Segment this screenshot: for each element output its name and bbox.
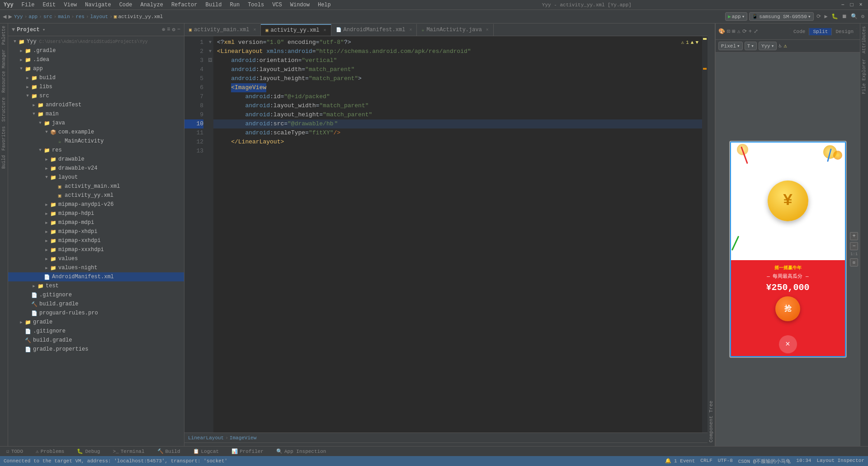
bottom-tab-todo[interactable]: ☑ TODO [4, 447, 26, 455]
tree-item-main[interactable]: ▼ 📁 main [8, 109, 184, 119]
breadcrumb-yyy[interactable]: Yyy [14, 14, 23, 19]
tree-item-proguard[interactable]: ▶ 📄 proguard-rules.pro [8, 309, 184, 318]
tree-item-libs[interactable]: ▶ 📁 libs [8, 82, 184, 91]
debug-icon[interactable]: 🐛 [830, 12, 839, 21]
tree-item-app[interactable]: ▼ 📁 app [8, 64, 184, 73]
bottom-tab-profiler[interactable]: 📊 Profiler [229, 447, 266, 455]
back-icon[interactable]: ◀ [3, 13, 6, 20]
panel-icon-minimize[interactable]: − [177, 26, 180, 33]
toggle-icon[interactable]: ⊡ [727, 28, 730, 35]
design-tab[interactable]: Design [832, 28, 857, 35]
tree-item-androidmanifest[interactable]: ▶ 📄 AndroidManifest.xml [8, 272, 184, 281]
tree-item-drawable-v24[interactable]: ▶ 📁 drawable-v24 [8, 164, 184, 173]
tree-item-yyy[interactable]: ▼ 📁 Yyy C:\Users\Admin\AndroidStudioProj… [8, 37, 184, 46]
tree-item-build-folder[interactable]: ▶ 📁 build [8, 73, 184, 82]
tree-item-mainactivity[interactable]: ▶ ☕ MainActivity [8, 137, 184, 146]
menu-build[interactable]: Build [202, 1, 226, 9]
bottom-tab-logcat[interactable]: 📋 Logcat [190, 447, 222, 455]
pixel-dropdown[interactable]: Pixel ▾ [718, 42, 743, 50]
bottom-tab-terminal[interactable]: >_ Terminal [110, 448, 147, 455]
breadcrumb-layout[interactable]: layout [90, 14, 108, 19]
left-tab-favorites[interactable]: Favorites [0, 124, 7, 153]
warning-arrow-down[interactable]: ▼ [695, 38, 698, 47]
menu-edit[interactable]: Edit [39, 1, 59, 9]
code-content[interactable]: ⚠ 1 ▲ ▼ <?xml version="1.0" encoding="ut… [213, 36, 702, 433]
layout-inspector-link[interactable]: Layout Inspector [816, 458, 864, 465]
tree-item-gitignore-root[interactable]: ▶ 📄 .gitignore [8, 327, 184, 336]
bottom-tab-app-inspection[interactable]: 🔍 App Inspection [274, 447, 329, 455]
tree-item-mipmap-xhdpi[interactable]: ▶ 📁 mipmap-xhdpi [8, 227, 184, 236]
tree-item-drawable[interactable]: ▶ 📁 drawable [8, 155, 184, 164]
tree-item-buildgradle-root[interactable]: ▶ 🔨 build.gradle [8, 336, 184, 345]
project-dropdown[interactable]: Yyy ▾ [759, 42, 777, 50]
tree-item-mipmap-xxhdpi[interactable]: ▶ 📁 mipmap-xxhdpi [8, 236, 184, 245]
breadcrumb-app[interactable]: app [28, 14, 38, 19]
sync-icon[interactable]: ⟳ [816, 12, 822, 21]
tab-close[interactable]: × [409, 28, 412, 33]
menu-run[interactable]: Run [226, 1, 244, 9]
tree-item-values-night[interactable]: ▶ 📁 values-night [8, 263, 184, 272]
code-editor[interactable]: 1 2 3 4 5 6 7 8 9 10 11 12 13 ▼ [184, 36, 708, 433]
zoom-in-button[interactable]: + [850, 232, 858, 240]
project-dropdown-icon[interactable]: ▾ [42, 27, 46, 33]
bottom-bread-imageview[interactable]: ImageView [230, 435, 256, 441]
menu-analyze[interactable]: Analyze [137, 1, 166, 9]
tree-item-values[interactable]: ▶ 📁 values [8, 254, 184, 263]
tree-item-activity-main[interactable]: ▶ ▣ activity_main.xml [8, 182, 184, 191]
breadcrumb-main[interactable]: main [58, 14, 70, 19]
panel-icon-3[interactable]: ⚙ [172, 26, 175, 33]
tree-item-mipmap-anydpi[interactable]: ▶ 📁 mipmap-anydpi-v26 [8, 200, 184, 209]
bottom-tab-debug[interactable]: 🐛 Debug [74, 447, 103, 455]
horizontal-scrollbar[interactable] [184, 442, 708, 446]
status-encoding-crlf[interactable]: CRLF [700, 458, 712, 465]
tab-androidmanifest[interactable]: 📄 AndroidManifest.xml × [331, 24, 417, 36]
component-tree-tab[interactable]: Component Tree [708, 24, 715, 446]
tree-item-src[interactable]: ▼ 📁 src [8, 91, 184, 100]
stop-icon[interactable]: ⏹ [841, 12, 848, 21]
tree-item-mipmap-xxxhdpi[interactable]: ▶ 📁 mipmap-xxxhdpi [8, 245, 184, 254]
tree-item-mipmap-mdpi[interactable]: ▶ 📁 mipmap-mdpi [8, 218, 184, 227]
panel-icon-1[interactable]: ⊕ [162, 26, 165, 33]
tree-item-gradle-folder[interactable]: ▶ 📁 gradle [8, 318, 184, 327]
tree-item-idea[interactable]: ▶ 📁 .idea [8, 55, 184, 64]
tree-item-androidtest[interactable]: ▶ 📁 androidTest [8, 100, 184, 109]
left-tab-palette[interactable]: Palette [0, 24, 7, 47]
tree-item-com-example[interactable]: ▼ 📦 com.example [8, 128, 184, 137]
move-icon[interactable]: ⤢ [754, 28, 758, 35]
api-dropdown[interactable]: T ▾ [745, 42, 757, 50]
tab-close[interactable]: × [253, 28, 256, 33]
run-icon[interactable]: ▶ [824, 12, 829, 21]
menu-window[interactable]: Window [287, 1, 313, 9]
search-icon[interactable]: 🔍 [850, 12, 859, 21]
tab-close-active[interactable]: × [324, 28, 326, 33]
breadcrumb-res[interactable]: res [75, 14, 85, 19]
minimize-button[interactable]: − [839, 1, 846, 9]
tree-item-activity-yy[interactable]: ▶ ▣ activity_yy.xml [8, 191, 184, 200]
tab-activity-yy[interactable]: ▣ activity_yy.xml × [261, 24, 331, 36]
left-tab-build[interactable]: Build [0, 153, 7, 171]
tree-item-gradle-hidden[interactable]: ▶ 📁 .gradle [8, 46, 184, 55]
right-tab-attributes[interactable]: Attributes [861, 24, 868, 56]
left-tab-structure[interactable]: Structure [0, 95, 7, 124]
status-encoding-utf8[interactable]: UTF-8 [718, 458, 733, 465]
settings-icon[interactable]: ⚙ [860, 12, 865, 21]
forward-icon[interactable]: ▶ [8, 13, 12, 20]
tree-item-java[interactable]: ▼ 📁 java [8, 119, 184, 128]
tree-item-test[interactable]: ▶ 📁 test [8, 281, 184, 290]
accessibility-icon[interactable]: ♿ [778, 43, 782, 49]
menu-view[interactable]: View [60, 1, 80, 9]
tree-item-gitignore-app[interactable]: ▶ 📄 .gitignore [8, 290, 184, 300]
grid-icon[interactable]: ⊞ [732, 28, 735, 35]
bottom-tab-problems[interactable]: ⚠ Problems [33, 447, 67, 455]
warning-arrow-up[interactable]: ▲ [691, 38, 694, 47]
menu-tools[interactable]: Tools [244, 1, 268, 9]
tree-item-res[interactable]: ▼ 📁 res [8, 146, 184, 155]
plus-icon[interactable]: + [749, 29, 752, 35]
warning-icon2[interactable]: ⚠ [737, 28, 740, 35]
refresh-icon[interactable]: ⟳ [742, 28, 747, 35]
close-button[interactable]: × [857, 1, 864, 9]
tree-item-buildgradle-app[interactable]: ▶ 🔨 build.gradle [8, 300, 184, 309]
panel-icon-2[interactable]: ≡ [167, 26, 170, 33]
split-tab[interactable]: Split [809, 28, 831, 35]
menu-refactor[interactable]: Refactor [168, 1, 201, 9]
